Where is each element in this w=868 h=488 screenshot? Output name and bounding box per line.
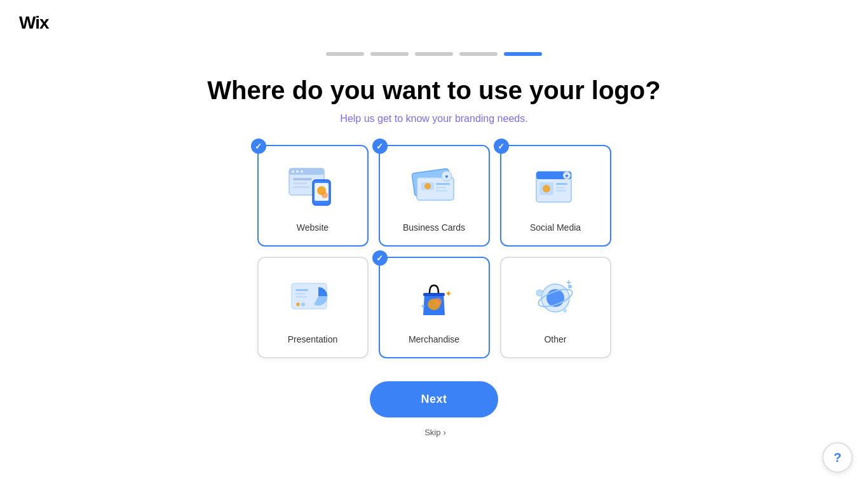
skip-link[interactable]: Skip› xyxy=(0,426,868,437)
progress-seg-4 xyxy=(459,52,498,56)
svg-point-11 xyxy=(322,192,328,198)
svg-rect-25 xyxy=(556,183,567,185)
svg-point-35 xyxy=(296,302,300,306)
svg-rect-1 xyxy=(289,168,324,175)
checkmark-merchandise: ✓ xyxy=(372,250,388,266)
help-label: ? xyxy=(834,451,841,465)
merchandise-label: Merchandise xyxy=(409,334,459,344)
svg-point-4 xyxy=(301,170,303,173)
checkmark-business-cards: ✓ xyxy=(372,139,388,154)
option-merchandise[interactable]: ✓ ✦ ✦ Merchandise xyxy=(379,257,490,358)
svg-rect-37 xyxy=(423,293,445,296)
option-other[interactable]: ✓ + Other xyxy=(500,257,611,358)
svg-rect-27 xyxy=(556,190,566,192)
svg-text:♥: ♥ xyxy=(565,173,568,179)
progress-seg-3 xyxy=(415,52,453,56)
skip-label: Skip xyxy=(424,428,440,437)
checkmark-social-media: ✓ xyxy=(494,139,509,154)
website-label: Website xyxy=(297,222,329,233)
business-cards-label: Business Cards xyxy=(403,222,465,233)
social-media-label: Social Media xyxy=(530,222,581,233)
progress-seg-2 xyxy=(370,52,409,56)
svg-rect-32 xyxy=(295,293,305,295)
progress-bar xyxy=(0,52,868,56)
skip-arrow: › xyxy=(443,428,445,437)
svg-point-47 xyxy=(563,309,567,313)
other-icon: + xyxy=(527,271,584,328)
presentation-label: Presentation xyxy=(288,334,338,344)
svg-rect-31 xyxy=(295,289,308,291)
presentation-icon xyxy=(284,271,341,328)
option-business-cards[interactable]: ✓ ♥ Business Cards xyxy=(379,145,490,247)
svg-point-15 xyxy=(424,183,431,189)
wix-logo: Wix xyxy=(19,13,49,33)
page-title: Where do you want to use your logo? xyxy=(0,75,868,105)
help-button[interactable]: ? xyxy=(822,442,853,473)
website-icon xyxy=(284,159,341,216)
svg-text:+: + xyxy=(566,277,571,287)
svg-point-24 xyxy=(543,185,550,193)
merchandise-icon: ✦ ✦ xyxy=(405,271,463,328)
option-presentation[interactable]: ✓ Presentation xyxy=(257,257,369,358)
business-cards-icon: ♥ xyxy=(405,159,463,216)
option-social-media[interactable]: ✓ ♥ Social Media xyxy=(500,145,611,247)
page-subtitle: Help us get to know your branding needs. xyxy=(0,113,868,125)
svg-text:✦: ✦ xyxy=(445,288,452,299)
svg-text:♥: ♥ xyxy=(445,173,448,180)
social-media-icon: ♥ xyxy=(527,159,584,216)
svg-rect-26 xyxy=(556,187,565,189)
other-label: Other xyxy=(544,334,566,344)
title-area: Where do you want to use your logo? Help… xyxy=(0,75,868,125)
options-grid: ✓ Website ✓ xyxy=(0,145,868,358)
svg-rect-17 xyxy=(436,187,446,189)
svg-rect-33 xyxy=(295,296,307,298)
svg-point-45 xyxy=(536,290,543,296)
svg-rect-18 xyxy=(436,190,447,192)
svg-point-2 xyxy=(292,170,294,173)
svg-rect-7 xyxy=(293,186,309,188)
progress-seg-5 xyxy=(504,52,542,56)
svg-point-3 xyxy=(296,170,299,173)
svg-rect-5 xyxy=(293,178,312,180)
option-website[interactable]: ✓ Website xyxy=(257,145,369,247)
next-button[interactable]: Next xyxy=(370,381,498,417)
svg-rect-6 xyxy=(293,182,307,184)
checkmark-website: ✓ xyxy=(251,139,266,154)
svg-point-36 xyxy=(301,302,305,306)
progress-seg-1 xyxy=(326,52,364,56)
header: Wix xyxy=(0,0,868,46)
svg-point-39 xyxy=(434,298,442,306)
svg-text:✦: ✦ xyxy=(420,302,426,310)
svg-rect-16 xyxy=(436,183,450,185)
